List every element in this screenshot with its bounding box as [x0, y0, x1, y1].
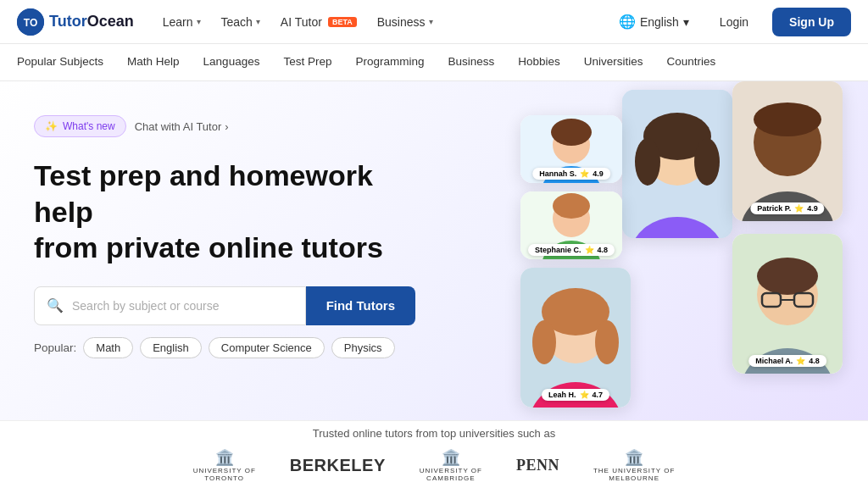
uni-penn: Penn — [516, 457, 559, 474]
svg-point-19 — [754, 103, 821, 136]
hero-title: Test prep and homework help from private… — [34, 158, 415, 266]
arrow-right-icon: › — [225, 120, 228, 133]
nav-math-help[interactable]: Math Help — [115, 44, 192, 81]
svg-point-24 — [532, 320, 556, 364]
leah-rating: 4.7 — [593, 391, 604, 399]
nav-countries[interactable]: Countries — [655, 44, 728, 81]
signup-button[interactable]: Sign Up — [772, 8, 851, 36]
nav-right: 🌐 English ▾ Login Sign Up — [612, 8, 851, 36]
tutor-card-michael[interactable]: Michael A. ⭐ 4.8 — [732, 234, 843, 374]
tutor-card-patrick[interactable]: Patrick P. ⭐ 4.9 — [732, 81, 843, 221]
top-navigation: TO TutorOcean Learn ▾ Teach ▾ AI Tutor B… — [0, 0, 868, 44]
svg-point-6 — [635, 138, 660, 186]
michael-name: Michael A. — [755, 357, 793, 365]
beta-badge: Beta — [328, 17, 357, 27]
popular-tag-physics[interactable]: Physics — [331, 337, 395, 358]
patrick-name: Patrick P. — [757, 204, 791, 213]
uni-berkeley: Berkeley — [290, 456, 386, 475]
popular-tag-english[interactable]: English — [140, 337, 202, 358]
trust-title: Trusted online tutors from top universit… — [313, 427, 555, 440]
search-box[interactable]: 🔍 Search by subject or course — [34, 286, 306, 325]
nav-programming[interactable]: Programming — [343, 44, 436, 81]
uni-toronto: 🏛️ UNIVERSITY OF TORONTO — [193, 448, 256, 482]
patrick-badge: Patrick P. ⭐ 4.9 — [750, 202, 824, 214]
chat-ai-link[interactable]: Chat with AI Tutor › — [135, 120, 229, 133]
nav-hobbies[interactable]: Hobbies — [506, 44, 572, 81]
globe-icon: 🌐 — [619, 14, 636, 30]
nav-items: Learn ▾ Teach ▾ AI Tutor Beta Business ▾ — [154, 10, 612, 34]
stephanie-badge: Stephanie C. ⭐ 4.8 — [528, 244, 615, 256]
nav-universities[interactable]: Universities — [572, 44, 655, 81]
trust-bar: Trusted online tutors from top universit… — [0, 420, 868, 488]
leah-badge: Leah H. ⭐ 4.7 — [542, 389, 609, 401]
search-icon: 🔍 — [47, 297, 64, 313]
popular-label: Popular: — [34, 341, 76, 354]
search-row: 🔍 Search by subject or course Find Tutor… — [34, 286, 415, 325]
tutor-card-center[interactable] — [622, 90, 732, 238]
university-logos: 🏛️ UNIVERSITY OF TORONTO Berkeley 🏛️ UNI… — [193, 448, 676, 482]
login-button[interactable]: Login — [706, 8, 762, 36]
svg-point-25 — [595, 320, 619, 364]
michael-badge: Michael A. ⭐ 4.8 — [748, 355, 826, 367]
nav-test-prep[interactable]: Test Prep — [271, 44, 343, 81]
whats-new-badge[interactable]: ✨ What's new — [34, 115, 126, 137]
find-tutors-button[interactable]: Find Tutors — [306, 286, 415, 325]
logo-icon: TO — [17, 8, 44, 36]
svg-point-10 — [551, 119, 592, 146]
nav-learn[interactable]: Learn ▾ — [154, 10, 209, 34]
hannah-badge: Hannah S. ⭐ 4.9 — [532, 168, 610, 180]
popular-tag-math[interactable]: Math — [83, 337, 133, 358]
hannah-rating: 4.9 — [593, 169, 604, 178]
chevron-down-icon: ▾ — [429, 17, 433, 26]
tutor-card-leah[interactable]: Leah H. ⭐ 4.7 — [520, 268, 631, 408]
uni-cambridge: 🏛️ UNIVERSITY OF CAMBRIDGE — [420, 448, 482, 482]
popular-row: Popular: Math English Computer Science P… — [34, 337, 415, 358]
language-selector[interactable]: 🌐 English ▾ — [612, 8, 696, 35]
nav-popular-subjects[interactable]: Popular Subjects — [17, 44, 115, 81]
main-content: ✨ What's new Chat with AI Tutor › Test p… — [0, 81, 868, 420]
tutor-card-hannah[interactable]: Hannah S. ⭐ 4.9 — [520, 115, 622, 183]
nav-business[interactable]: Business ▾ — [369, 10, 442, 34]
svg-point-7 — [694, 138, 720, 186]
stephanie-rating: 4.8 — [598, 246, 609, 254]
michael-rating: 4.8 — [809, 357, 820, 365]
hero-section: ✨ What's new Chat with AI Tutor › Test p… — [0, 81, 449, 420]
nav-languages[interactable]: Languages — [192, 44, 272, 81]
svg-point-29 — [757, 258, 818, 295]
logo[interactable]: TO TutorOcean — [17, 8, 134, 36]
hannah-name: Hannah S. — [539, 169, 576, 178]
uni-melbourne: 🏛️ THE UNIVERSITY OF MELBOURNE — [593, 448, 675, 482]
svg-point-14 — [553, 193, 590, 219]
nav-ai-tutor[interactable]: AI Tutor Beta — [272, 10, 365, 34]
stephanie-name: Stephanie C. — [535, 246, 581, 254]
chevron-down-icon: ▾ — [197, 17, 201, 26]
logo-text: TutorOcean — [49, 13, 134, 30]
badge-row: ✨ What's new Chat with AI Tutor › — [34, 115, 415, 146]
leah-name: Leah H. — [548, 391, 576, 399]
sparkle-icon: ✨ — [45, 120, 58, 132]
tutor-collage: Hannah S. ⭐ 4.9 Stephanie C. ⭐ 4.8 — [512, 81, 851, 420]
chevron-down-icon: ▾ — [683, 15, 689, 29]
nav-teach[interactable]: Teach ▾ — [213, 10, 269, 34]
popular-tag-cs[interactable]: Computer Science — [209, 337, 325, 358]
tutor-card-stephanie[interactable]: Stephanie C. ⭐ 4.8 — [520, 191, 622, 259]
nav-business[interactable]: Business — [436, 44, 506, 81]
chevron-down-icon: ▾ — [256, 17, 260, 26]
secondary-navigation: Popular Subjects Math Help Languages Tes… — [0, 44, 868, 81]
svg-text:TO: TO — [24, 17, 37, 29]
patrick-rating: 4.9 — [807, 204, 818, 213]
search-input[interactable]: Search by subject or course — [72, 299, 220, 313]
